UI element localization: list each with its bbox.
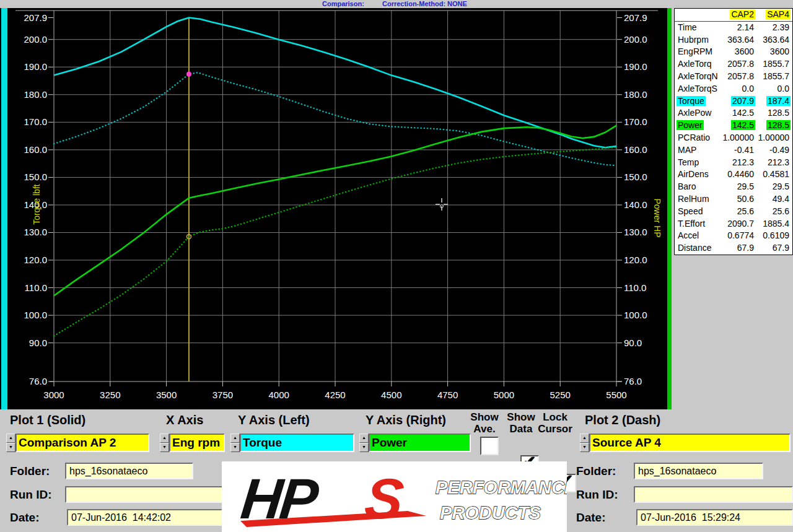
yaxis-right-value[interactable]: Power (369, 434, 471, 452)
runid-label-right: Run ID: (576, 488, 618, 502)
logo-performance-text: PERFORMANCE (436, 477, 567, 497)
row-value-sap4: 212.3 (755, 157, 792, 169)
y-tick-label-right: 170.0 (624, 116, 647, 127)
xaxis-value[interactable]: Eng rpm (169, 434, 225, 452)
table-row: AxlePow142.5128.5 (675, 107, 792, 120)
spin-down-button[interactable]: ▼ (6, 443, 15, 452)
yaxis-left-selector[interactable]: ▲ ▼ Torque (230, 434, 354, 452)
y-tick-label-left: 170.0 (24, 116, 47, 127)
row-value-cap2: 1.00000 (721, 132, 755, 144)
folder-field-right[interactable]: hps_16sonataeco (634, 463, 763, 479)
spin-down-button[interactable]: ▼ (359, 443, 369, 452)
row-value-cap2: 2057.8 (721, 58, 755, 71)
show-ave-checkbox[interactable]: ✔ (480, 437, 499, 455)
row-label: RelHum (675, 193, 721, 206)
plot2-spinner[interactable]: ▲ ▼ (580, 434, 589, 452)
row-label: T.Effort (675, 218, 721, 230)
yaxis-right-selector[interactable]: ▲ ▼ Power (359, 434, 471, 452)
row-value-sap4: -0.49 (755, 144, 792, 157)
row-value-sap4: 2.39 (755, 22, 792, 34)
row-value-sap4: 0.0 (755, 83, 792, 95)
row-value-sap4: 1885.4 (755, 218, 792, 230)
x-tick-label: 4750 (437, 390, 458, 400)
yaxis-left-spinner[interactable]: ▲ ▼ (230, 434, 240, 452)
table-body: Time2.142.39Hubrpm363.64363.64EngRPM3600… (675, 22, 792, 255)
table-row: Distance67.967.9 (675, 242, 792, 255)
plot2-selector[interactable]: ▲ ▼ Source AP 4 (580, 434, 791, 452)
x-tick-label: 5000 (494, 390, 514, 400)
table-row: Speed25.625.6 (675, 206, 792, 218)
runid-field-right[interactable] (634, 486, 793, 503)
y-tick-label-right: 180.0 (624, 89, 647, 100)
row-label: EngRPM (675, 46, 721, 58)
row-label: Distance (675, 242, 721, 255)
spin-up-button[interactable]: ▲ (230, 434, 240, 443)
row-value-cap2: 207.9 (721, 95, 755, 108)
row-value-cap2: 142.5 (721, 107, 755, 120)
table-row: T.Effort2090.71885.4 (675, 218, 792, 230)
row-label: PCRatio (675, 132, 721, 144)
table-row: AxleTorqS0.00.0 (675, 83, 792, 95)
row-value-cap2: 2057.8 (721, 71, 755, 83)
row-label: AirDens (675, 168, 721, 181)
y-tick-label-left: 76.0 (29, 376, 47, 386)
row-value-cap2: 2.14 (721, 22, 755, 34)
x-tick-label: 3000 (43, 390, 64, 400)
xaxis-selector[interactable]: ▲ ▼ Eng rpm (160, 434, 225, 452)
row-label: Torque (675, 95, 721, 108)
row-value-cap2: 0.6774 (721, 230, 755, 242)
yaxis-right-spinner[interactable]: ▲ ▼ (359, 434, 369, 452)
spin-down-button[interactable]: ▼ (160, 443, 169, 452)
row-value-cap2: 0.4460 (721, 168, 755, 181)
row-label: Power (675, 120, 721, 132)
column-header-sap4: SAP4 (766, 9, 791, 19)
date-field-left[interactable]: 07-Jun-2016 14:42:02 (67, 509, 222, 526)
row-value-cap2: -0.41 (721, 144, 755, 157)
folder-field-left[interactable]: hps_16sonataeco (65, 463, 193, 479)
spin-up-button[interactable]: ▲ (359, 434, 369, 443)
runid-field-left[interactable] (65, 486, 223, 503)
spin-up-button[interactable]: ▲ (6, 434, 15, 443)
y-tick-label-left: 120.0 (24, 255, 47, 265)
row-value-cap2: 29.5 (721, 181, 755, 193)
xaxis-label: X Axis (166, 413, 203, 427)
plot2-value[interactable]: Source AP 4 (589, 434, 791, 452)
table-row: AirDens0.44600.4581 (675, 168, 792, 181)
spin-down-button[interactable]: ▼ (230, 443, 240, 452)
cursor-marker-dot (186, 72, 191, 77)
data-readout-table: CAP2 SAP4 Time2.142.39Hubrpm363.64363.64… (674, 8, 793, 255)
spin-up-button[interactable]: ▲ (580, 434, 589, 443)
date-label-right: Date: (576, 511, 606, 525)
yaxis-left-value[interactable]: Torque (240, 434, 354, 452)
plot1-value[interactable]: Comparison AP 2 (15, 434, 149, 452)
row-label: Baro (675, 181, 721, 193)
xaxis-spinner[interactable]: ▲ ▼ (160, 434, 169, 452)
runid-label-left: Run ID: (10, 488, 52, 502)
row-value-cap2: 67.9 (721, 242, 755, 255)
plot1-spinner[interactable]: ▲ ▼ (6, 434, 15, 452)
y-tick-label-left: 100.0 (24, 310, 47, 320)
logo-hp-text: HP (238, 466, 322, 531)
row-value-sap4: 187.4 (755, 95, 792, 108)
spin-down-button[interactable]: ▼ (580, 443, 589, 452)
dyno-chart[interactable]: 207.9207.9200.0200.0190.0190.0180.0180.0… (0, 8, 667, 409)
row-value-sap4: 0.4581 (755, 168, 792, 181)
row-label: Time (675, 22, 721, 34)
plot1-selector[interactable]: ▲ ▼ Comparison AP 2 (6, 434, 149, 452)
row-value-sap4: 128.5 (755, 107, 792, 120)
row-label: AxleTorq (675, 58, 721, 71)
table-row: RelHum50.649.4 (675, 193, 792, 206)
left-axis-title: Torque lbft (32, 184, 42, 224)
y-tick-label-right: 130.0 (624, 227, 647, 237)
row-value-sap4: 363.64 (755, 34, 792, 46)
row-value-cap2: 142.5 (721, 120, 755, 132)
row-value-sap4: 1.00000 (755, 132, 792, 144)
yaxis-right-label: Y Axis (Right) (366, 413, 446, 427)
y-tick-label-left: 160.0 (24, 144, 47, 155)
right-axis-color-bar (667, 8, 672, 409)
date-field-right[interactable]: 07-Jun-2016 15:29:24 (636, 509, 793, 526)
y-tick-label-left: 180.0 (24, 89, 47, 100)
spin-up-button[interactable]: ▲ (160, 434, 169, 443)
y-tick-label-left: 150.0 (24, 172, 47, 182)
row-value-cap2: 25.6 (721, 206, 755, 218)
